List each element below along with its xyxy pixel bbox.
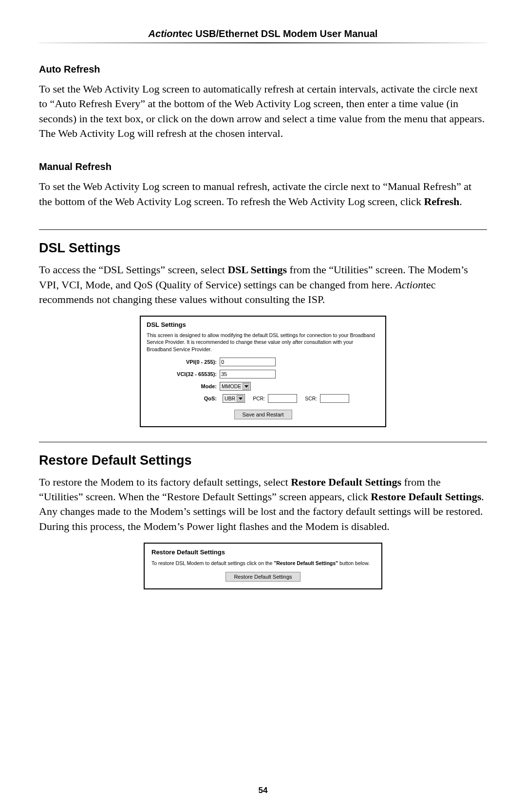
qos-row: QoS: UBR PCR: SCR:: [147, 394, 379, 403]
qos-label: QoS:: [147, 396, 220, 401]
restore-default-button[interactable]: Restore Default Settings: [225, 572, 300, 582]
vpi-input[interactable]: [220, 358, 276, 366]
mode-value: MMODE: [222, 383, 241, 389]
dsl-body-1: To access the “DSL Settings” screen, sel…: [39, 264, 227, 276]
restore-body-1: To restore the Modem to its factory defa…: [39, 476, 291, 488]
qos-select[interactable]: UBR: [223, 394, 245, 403]
page-header: Actiontec USB/Ethernet DSL Modem User Ma…: [39, 28, 487, 39]
pcr-input[interactable]: [268, 394, 297, 403]
restore-panel: Restore Default Settings To restore DSL …: [144, 543, 382, 589]
restore-body: To restore the Modem to its factory defa…: [39, 475, 487, 534]
divider-1: [39, 229, 487, 230]
restore-panel-title: Restore Default Settings: [151, 548, 375, 556]
restore-panel-desc: To restore DSL Modem to default settings…: [151, 560, 375, 567]
vci-row: VCI(32 - 65535):: [147, 370, 379, 378]
brand-rest: tec USB/Ethernet DSL Modem User Manual: [179, 28, 378, 39]
restore-desc-pre: To restore DSL Modem to default settings…: [151, 560, 274, 566]
scr-input[interactable]: [320, 394, 349, 403]
manual-refresh-heading: Manual Refresh: [39, 161, 487, 172]
manual-refresh-bold: Refresh: [424, 195, 459, 208]
brand-italic: Action: [149, 28, 179, 39]
chevron-down-icon: [237, 395, 244, 402]
vpi-label: VPI(0 - 255):: [147, 359, 220, 365]
manual-refresh-pre: To set the Web Activity Log screen to ma…: [39, 180, 471, 207]
chevron-down-icon: [243, 383, 249, 390]
save-restart-button[interactable]: Save and Restart: [234, 410, 292, 419]
dsl-settings-panel: DSL Settings This screen is designed to …: [140, 316, 386, 427]
dsl-settings-body: To access the “DSL Settings” screen, sel…: [39, 263, 487, 307]
restore-desc-bold: "Restore Default Settings": [274, 560, 338, 566]
vci-input[interactable]: [220, 370, 276, 378]
restore-body-bold1: Restore Default Settings: [291, 476, 401, 488]
restore-desc-post: button below.: [338, 560, 370, 566]
dsl-body-italic: Action: [395, 279, 423, 291]
mode-row: Mode: MMODE: [147, 382, 379, 391]
dsl-body-bold1: DSL Settings: [227, 264, 287, 276]
mode-label: Mode:: [147, 383, 220, 389]
restore-heading: Restore Default Settings: [39, 453, 487, 468]
pcr-label: PCR:: [253, 396, 265, 401]
dsl-panel-title: DSL Settings: [147, 321, 379, 328]
vpi-row: VPI(0 - 255):: [147, 358, 379, 366]
header-rule: [39, 42, 487, 43]
divider-2: [39, 442, 487, 442]
qos-value: UBR: [225, 396, 235, 401]
mode-select[interactable]: MMODE: [220, 382, 251, 391]
scr-label: SCR:: [305, 396, 317, 401]
vci-label: VCI(32 - 65535):: [147, 371, 220, 377]
manual-refresh-post: .: [459, 195, 462, 208]
restore-body-bold2: Restore Default Settings: [371, 491, 481, 503]
auto-refresh-body: To set the Web Activity Log screen to au…: [39, 82, 487, 141]
page-number: 54: [0, 786, 526, 795]
dsl-settings-heading: DSL Settings: [39, 241, 487, 256]
dsl-panel-desc: This screen is designed to allow modifyi…: [147, 332, 379, 353]
auto-refresh-heading: Auto Refresh: [39, 64, 487, 75]
manual-refresh-body: To set the Web Activity Log screen to ma…: [39, 179, 487, 209]
